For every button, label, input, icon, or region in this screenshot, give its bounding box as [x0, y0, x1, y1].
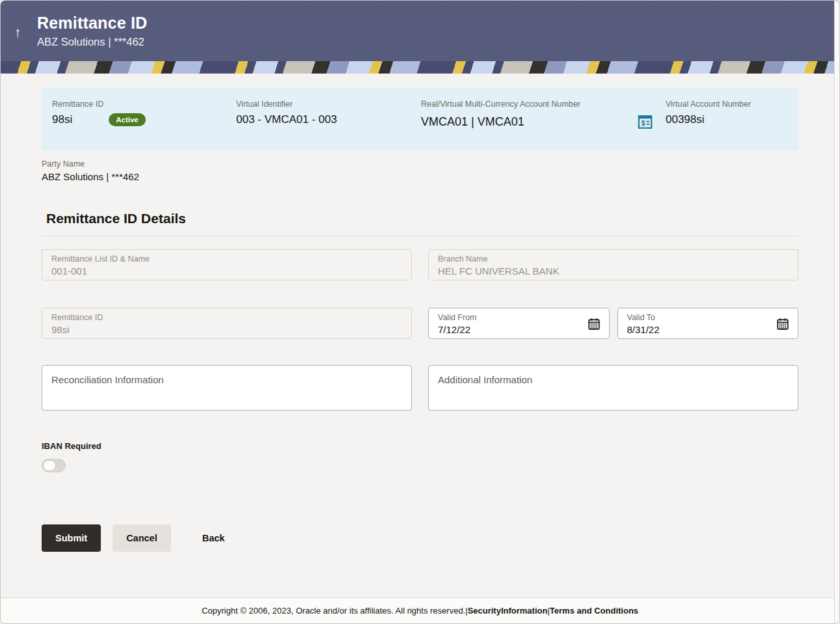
section-divider [42, 236, 798, 236]
summary-virtual-identifier: Virtual Identifier 003 - VMCA01 - 003 [236, 100, 421, 126]
remittance-list-field-value: 001-001 [51, 265, 402, 277]
summary-multicurrency-account: Real/Virtual Multi-Currency Account Numb… [421, 100, 666, 131]
iban-required-toggle[interactable] [42, 459, 66, 472]
action-bar: Submit Cancel Back [42, 524, 798, 552]
valid-to-label: Valid To [627, 313, 789, 322]
party-name-value: ABZ Solutions | ***462 [42, 171, 798, 182]
decorative-banner-strip [1, 61, 839, 74]
summary-remittance-id-value: 98si [52, 113, 72, 126]
remittance-id-field: Remittance ID 98si [42, 308, 412, 339]
branch-name-field: Branch Name HEL FC UNIVERSAL BANK [428, 249, 798, 280]
remittance-list-field-label: Remittance List ID & Name [51, 254, 402, 264]
currency-statement-icon[interactable]: $ [636, 113, 654, 131]
page-footer: Copyright © 2006, 2023, Oracle and/or it… [1, 597, 839, 623]
calendar-icon[interactable] [776, 317, 790, 331]
remittance-id-field-label: Remittance ID [51, 313, 402, 322]
submit-button[interactable]: Submit [42, 524, 101, 552]
page-subtitle: ABZ Solutions | ***462 [37, 36, 147, 48]
calendar-icon[interactable] [587, 317, 601, 331]
back-arrow-icon[interactable]: ↑ [9, 24, 26, 41]
status-badge: Active [109, 113, 146, 126]
toggle-knob [43, 460, 56, 471]
page-title: Remittance ID [37, 14, 147, 33]
remittance-summary-bar: Remittance ID 98si Active Virtual Identi… [42, 87, 798, 150]
back-button[interactable]: Back [192, 524, 236, 552]
party-name-label: Party Name [42, 159, 798, 169]
remittance-list-field: Remittance List ID & Name 001-001 [42, 249, 412, 280]
svg-text:$: $ [641, 119, 645, 127]
section-title: Remittance ID Details [46, 211, 798, 226]
remittance-id-field-value: 98si [51, 324, 402, 335]
security-information-link[interactable]: SecurityInformation [468, 606, 548, 616]
cancel-button[interactable]: Cancel [113, 524, 171, 552]
summary-virtual-account-number-value: 00398si [666, 113, 788, 126]
summary-remittance-id: Remittance ID 98si Active [52, 100, 236, 126]
page-header: ↑ Remittance ID ABZ Solutions | ***462 [1, 1, 839, 61]
valid-from-value: 7/12/22 [438, 324, 600, 335]
main-content: Remittance ID 98si Active Virtual Identi… [1, 74, 839, 597]
summary-multicurrency-account-label: Real/Virtual Multi-Currency Account Numb… [421, 100, 666, 109]
branch-name-field-value: HEL FC UNIVERSAL BANK [438, 265, 789, 277]
summary-multicurrency-account-value: VMCA01 | VMCA01 [421, 115, 524, 129]
app-window: ↑ Remittance ID ABZ Solutions | ***462 R… [0, 0, 840, 624]
summary-virtual-identifier-value: 003 - VMCA01 - 003 [236, 113, 421, 126]
summary-virtual-account-number-label: Virtual Account Number [666, 100, 788, 109]
iban-required-label: IBAN Required [42, 441, 798, 451]
valid-from-label: Valid From [438, 313, 600, 322]
scrollbar-track[interactable] [834, 1, 839, 623]
party-name-block: Party Name ABZ Solutions | ***462 [42, 159, 798, 182]
summary-remittance-id-label: Remittance ID [52, 100, 236, 109]
summary-virtual-account-number: Virtual Account Number 00398si [666, 100, 788, 126]
copyright-text: Copyright © 2006, 2023, Oracle and/or it… [202, 606, 465, 616]
valid-from-field[interactable]: Valid From 7/12/22 [428, 308, 610, 339]
additional-information-input[interactable] [428, 365, 798, 411]
valid-to-value: 8/31/22 [627, 324, 789, 335]
valid-to-field[interactable]: Valid To 8/31/22 [617, 308, 799, 339]
reconciliation-information-input[interactable] [42, 365, 412, 411]
branch-name-field-label: Branch Name [438, 254, 789, 264]
summary-virtual-identifier-label: Virtual Identifier [236, 100, 421, 109]
iban-required-block: IBAN Required [42, 441, 798, 472]
terms-and-conditions-link[interactable]: Terms and Conditions [550, 606, 638, 616]
